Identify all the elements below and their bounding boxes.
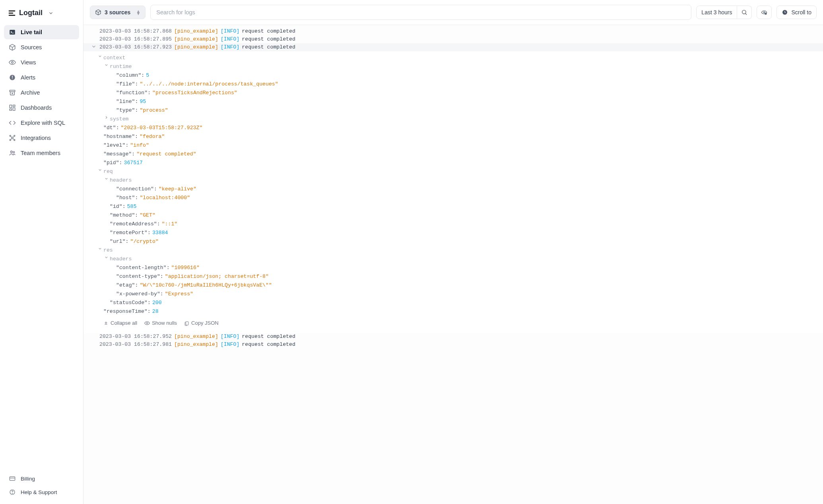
sidebar-item-team-members[interactable]: Team members (4, 146, 79, 160)
clipboard-icon (184, 321, 189, 326)
sources-selector[interactable]: 3 sources ▲▼ (90, 6, 146, 19)
svg-rect-10 (10, 105, 12, 108)
sidebar-item-alerts[interactable]: Alerts (4, 70, 79, 85)
eye-icon (144, 320, 150, 326)
sidebar-item-sources[interactable]: Sources (4, 40, 79, 54)
sidebar: Logtail Live tail Sources Views Alerts (0, 0, 83, 504)
svg-rect-21 (10, 477, 15, 480)
json-kv[interactable]: file:../../../node:internal/process/task… (83, 80, 823, 89)
json-kv[interactable]: level:info (83, 141, 823, 150)
json-kv[interactable]: method:GET (83, 211, 823, 220)
sidebar-item-label: Billing (21, 476, 35, 482)
collapse-all-button[interactable]: Collapse all (103, 319, 137, 327)
svg-rect-7 (12, 76, 13, 78)
log-row[interactable]: 2023-03-03 16:58:27.868[pino_example][IN… (83, 27, 823, 35)
brand-logo-icon (8, 9, 16, 17)
json-kv[interactable]: remoteAddress:::1 (83, 220, 823, 229)
chevron-down-icon[interactable] (97, 246, 103, 254)
timerange-button[interactable]: Last 3 hours (696, 6, 737, 19)
show-nulls-button[interactable]: Show nulls (144, 319, 177, 327)
json-node-context[interactable]: context (83, 54, 823, 62)
sidebar-item-integrations[interactable]: Integrations (4, 131, 79, 145)
sidebar-item-archive[interactable]: Archive (4, 85, 79, 100)
visibility-settings-button[interactable] (757, 6, 772, 19)
json-node-req-headers[interactable]: headers (83, 176, 823, 185)
scroll-to-button[interactable]: Scroll to (776, 6, 817, 19)
chevron-down-icon[interactable] (97, 54, 103, 62)
json-node-res-headers[interactable]: headers (83, 255, 823, 264)
sidebar-item-views[interactable]: Views (4, 55, 79, 70)
json-kv[interactable]: hostname:fedora (83, 132, 823, 141)
sidebar-item-label: Explore with SQL (21, 120, 65, 126)
timerange-label: Last 3 hours (701, 9, 732, 16)
log-row[interactable]: 2023-03-03 16:58:27.895[pino_example][IN… (83, 35, 823, 43)
json-node-runtime[interactable]: runtime (83, 62, 823, 71)
card-icon (9, 475, 16, 482)
log-row[interactable]: 2023-03-03 16:58:27.952[pino_example][IN… (83, 333, 823, 341)
svg-rect-8 (12, 78, 13, 79)
chevron-down-icon[interactable] (97, 168, 103, 176)
log-view[interactable]: 2023-03-03 16:58:27.868[pino_example][IN… (83, 25, 823, 504)
log-row-expanded[interactable]: 2023-03-03 16:58:27.923[pino_example][IN… (83, 43, 823, 51)
json-kv[interactable]: responseTime:28 (83, 307, 823, 316)
json-kv[interactable]: x-powered-by:Express (83, 290, 823, 299)
chevron-right-icon[interactable] (103, 115, 109, 123)
svg-point-17 (10, 140, 11, 141)
log-message: request completed (242, 341, 295, 347)
sidebar-item-live-tail[interactable]: Live tail (4, 25, 79, 39)
chevron-down-icon[interactable] (103, 176, 109, 184)
log-level: [INFO] (221, 36, 239, 42)
svg-point-20 (13, 151, 15, 153)
json-actions: Collapse all Show nulls Copy JSON (83, 316, 823, 331)
sidebar-item-dashboards[interactable]: Dashboards (4, 101, 79, 115)
sidebar-item-label: Sources (21, 44, 42, 50)
main-content: 3 sources ▲▼ Last 3 hours Scroll (83, 0, 823, 504)
search-input[interactable] (150, 5, 691, 20)
help-icon (9, 488, 16, 496)
log-timestamp: 2023-03-03 16:58:27.923 (99, 44, 172, 50)
json-kv[interactable]: connection:keep-alive (83, 185, 823, 194)
json-kv[interactable]: dt:2023-03-03T15:58:27.923Z (83, 124, 823, 132)
sidebar-item-explore-sql[interactable]: Explore with SQL (4, 116, 79, 130)
json-kv[interactable]: pid:367517 (83, 159, 823, 167)
nav-bottom: Billing Help & Support (4, 472, 79, 498)
json-kv[interactable]: url:/crypto (83, 237, 823, 246)
copy-json-button[interactable]: Copy JSON (184, 319, 219, 327)
brand-switcher[interactable]: Logtail (4, 6, 79, 25)
json-node-system[interactable]: system (83, 115, 823, 124)
nav-main: Live tail Sources Views Alerts Archive D… (4, 25, 79, 160)
eye-icon (9, 59, 16, 66)
json-kv[interactable]: message:request completed (83, 150, 823, 159)
scroll-to-label: Scroll to (791, 9, 811, 16)
sidebar-item-label: Dashboards (21, 105, 52, 111)
chevron-down-icon[interactable] (103, 63, 109, 71)
chevron-down-icon[interactable] (103, 255, 109, 263)
log-level: [INFO] (221, 341, 239, 347)
json-kv[interactable]: function:processTicksAndRejections (83, 89, 823, 97)
json-kv[interactable]: id:585 (83, 202, 823, 211)
collapse-icon (103, 321, 109, 326)
users-icon (9, 149, 16, 157)
sidebar-item-label: Team members (21, 150, 60, 156)
json-kv[interactable]: column:5 (83, 71, 823, 80)
sidebar-item-billing[interactable]: Billing (4, 472, 79, 485)
json-kv[interactable]: content-type:application/json; charset=u… (83, 272, 823, 281)
svg-rect-12 (13, 108, 15, 110)
log-message: request completed (242, 44, 295, 50)
svg-rect-3 (10, 30, 15, 35)
json-kv[interactable]: type:process (83, 106, 823, 115)
json-kv[interactable]: remotePort:33884 (83, 229, 823, 237)
json-node-res[interactable]: res (83, 246, 823, 255)
svg-rect-13 (10, 109, 12, 110)
json-kv[interactable]: etag:W/\"10c760-/jmM1uRaIlEh6HLQy+6jbkqs… (83, 281, 823, 290)
json-kv[interactable]: host:localhost:4000 (83, 194, 823, 202)
json-node-req[interactable]: req (83, 167, 823, 176)
log-row[interactable]: 2023-03-03 16:58:27.981[pino_example][IN… (83, 341, 823, 349)
sidebar-item-help[interactable]: Help & Support (4, 486, 79, 498)
json-kv[interactable]: content-length:1099616 (83, 264, 823, 272)
search-button[interactable] (737, 6, 752, 19)
collapse-icon[interactable] (91, 44, 97, 49)
search-wrap (150, 5, 691, 20)
json-kv[interactable]: statusCode:200 (83, 299, 823, 307)
json-kv[interactable]: line:95 (83, 97, 823, 106)
